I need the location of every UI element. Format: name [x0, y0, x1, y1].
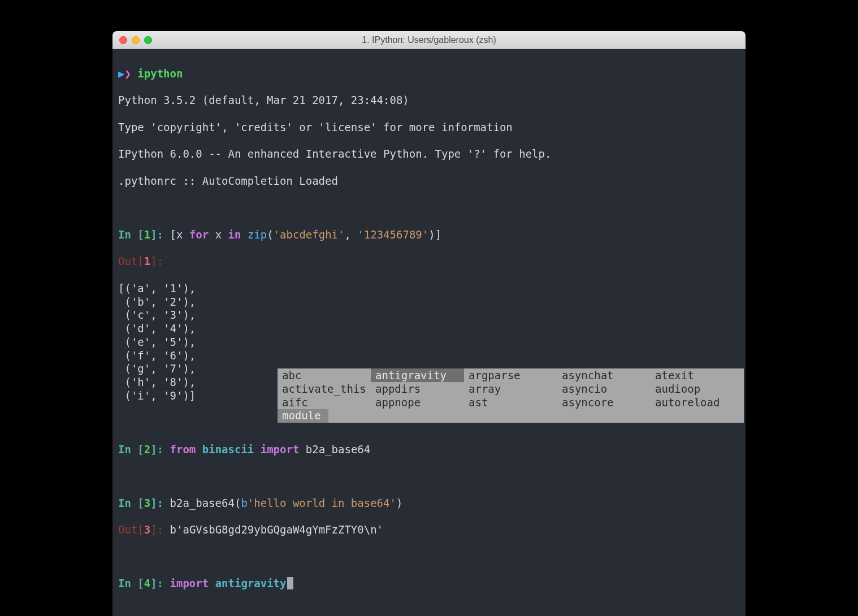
terminal-window: 1. IPython: Users/gableroux (zsh) ▶❯ ipy…	[112, 31, 746, 616]
terminal-content[interactable]: ▶❯ ipython Python 3.5.2 (default, Mar 21…	[112, 49, 746, 616]
out-prompt-3: Out[3]: b'aGVsbG8gd29ybGQgaW4gYmFzZTY0\n…	[118, 523, 740, 537]
banner-line: Type 'copyright', 'credits' or 'license'…	[118, 121, 740, 135]
completion-item[interactable]: appdirs	[371, 382, 464, 396]
banner-line: IPython 6.0.0 -- An enhanced Interactive…	[118, 148, 740, 161]
traffic-lights	[119, 36, 152, 44]
out-prompt-1: Out[1]:	[118, 255, 740, 268]
in-prompt-3: In [3]: b2a_base64(b'hello world in base…	[118, 497, 740, 510]
completion-item[interactable]: asyncio	[557, 382, 651, 396]
completion-item[interactable]: argparse	[464, 368, 557, 382]
completion-item[interactable]: audioop	[651, 382, 744, 396]
zoom-icon[interactable]	[144, 36, 152, 44]
titlebar[interactable]: 1. IPython: Users/gableroux (zsh)	[112, 31, 746, 49]
completion-item[interactable]: appnope	[371, 396, 464, 409]
completion-item[interactable]: activate_this	[278, 382, 371, 396]
in-prompt-4[interactable]: In [4]: import antigravity	[118, 577, 740, 591]
banner-line: .pythonrc :: AutoCompletion Loaded	[118, 175, 740, 188]
banner-line: Python 3.5.2 (default, Mar 21 2017, 23:4…	[118, 94, 740, 107]
prompt-symbol: ❯	[124, 67, 131, 80]
minimize-icon[interactable]	[132, 36, 140, 44]
cursor-icon	[287, 577, 293, 589]
completion-item[interactable]: abc	[278, 368, 371, 382]
window-title: 1. IPython: Users/gableroux (zsh)	[362, 35, 496, 45]
shell-command: ipython	[137, 67, 183, 80]
completion-item[interactable]: ast	[464, 396, 557, 409]
in-prompt-1: In [1]: [x for x in zip('abcdefghi', '12…	[118, 228, 740, 242]
completion-popup[interactable]: abc antigravity argparse asynchat atexit…	[278, 368, 744, 423]
completion-meta: module	[278, 409, 328, 423]
completion-item[interactable]: array	[464, 382, 557, 396]
completion-item[interactable]: atexit	[651, 368, 744, 382]
completion-item[interactable]: autoreload	[651, 396, 744, 409]
completion-item[interactable]: aifc	[278, 396, 371, 409]
close-icon[interactable]	[119, 36, 127, 44]
in-prompt-2: In [2]: from binascii import b2a_base64	[118, 443, 740, 457]
completion-item[interactable]: asyncore	[557, 396, 651, 409]
prompt-arrow-icon: ▶	[118, 67, 124, 80]
completion-item[interactable]: asynchat	[557, 368, 651, 382]
completion-item-selected[interactable]: antigravity	[371, 368, 464, 382]
